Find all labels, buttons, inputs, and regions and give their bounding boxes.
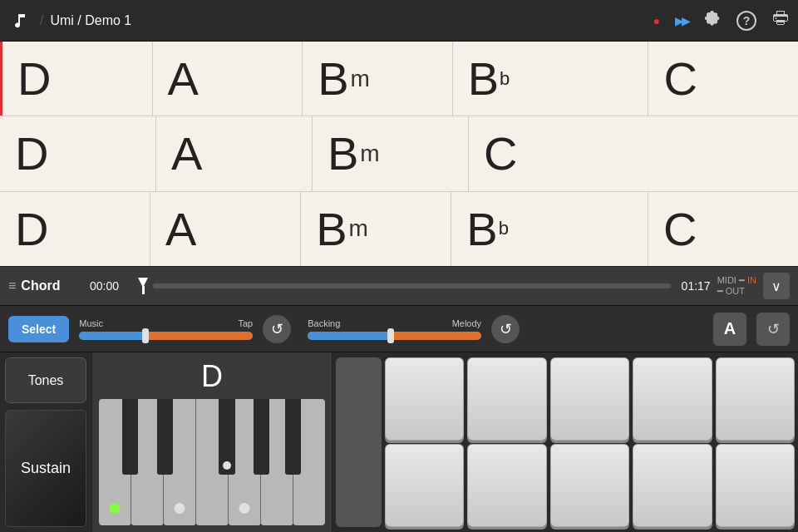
chord-name: C (663, 52, 697, 106)
time-current: 00:00 (90, 279, 131, 293)
chord-name: D (15, 126, 48, 180)
chord-cell-bm3[interactable]: Bm (301, 192, 451, 266)
strum-area (332, 352, 798, 532)
expand-button[interactable]: ∨ (763, 273, 790, 299)
document-title: Umi / Demo 1 (50, 13, 653, 28)
music-tap-labels: Music Tap (79, 318, 253, 328)
strum-pad-5[interactable] (716, 357, 795, 441)
chord-cell-bb3[interactable]: Bb (451, 192, 648, 266)
backing-melody-group: Backing Melody (308, 318, 481, 340)
strum-pad-7[interactable] (467, 444, 546, 527)
backing-reset-button[interactable]: ↺ (491, 315, 520, 343)
chord-cell-c2[interactable]: C (469, 116, 798, 190)
settings-icon[interactable] (703, 9, 722, 32)
chord-name: C (484, 126, 517, 180)
strum-pad-1[interactable] (385, 357, 464, 441)
play-button[interactable]: ▶▶ (675, 14, 688, 27)
chord-cell-c3[interactable]: C (648, 192, 798, 266)
piano-display: D (91, 352, 332, 532)
app-header: / Umi / Demo 1 ● ▶▶ ? (0, 0, 798, 42)
strum-pad-6[interactable] (385, 444, 464, 527)
chord-row-1: D A Bm Bb C (0, 42, 798, 116)
strum-pad-8[interactable] (550, 444, 629, 527)
piano-keys-container[interactable] (99, 399, 325, 525)
chord-cell-bm2[interactable]: Bm (313, 116, 469, 190)
chord-cell-c1[interactable]: C (648, 42, 798, 116)
melody-label: Melody (452, 318, 481, 328)
chord-cell-d2[interactable]: D (0, 116, 156, 190)
music-tap-slider[interactable] (79, 332, 253, 340)
chord-cell-bm1[interactable]: Bm (303, 42, 453, 116)
path-separator: / (40, 13, 43, 28)
record-button[interactable]: ● (653, 14, 660, 27)
print-icon[interactable] (771, 9, 790, 32)
chord-minor: m (360, 140, 379, 167)
transport-bar: ≡ Chord 00:00 01:17 MIDI ━ IN ━ OUT ∨ (0, 266, 798, 306)
chord-cell-a1[interactable]: A (153, 42, 303, 116)
select-button[interactable]: Select (8, 316, 69, 342)
chord-name: A (165, 202, 196, 256)
progress-track[interactable] (153, 283, 671, 288)
backing-melody-labels: Backing Melody (308, 318, 481, 328)
midi-out-text: ━ OUT (717, 286, 745, 297)
sustain-button[interactable]: Sustain (5, 410, 86, 527)
backing-melody-slider[interactable] (308, 332, 481, 340)
music-reset-button[interactable]: ↺ (263, 315, 291, 343)
left-panel: Tones Sustain (0, 352, 91, 532)
chord-minor: m (350, 66, 369, 92)
tones-button[interactable]: Tones (5, 357, 86, 403)
chord-name: D (17, 52, 51, 106)
strum-pad-3[interactable] (550, 357, 629, 441)
tap-label: Tap (238, 318, 253, 328)
backing-label: Backing (308, 318, 340, 328)
chord-name: C (663, 202, 697, 256)
chord-name: B (466, 202, 497, 256)
chord-minor: m (349, 215, 368, 242)
key-button[interactable]: A (713, 313, 746, 346)
chord-grid: D A Bm Bb C D A Bm C D (0, 42, 798, 266)
menu-icon: ≡ (8, 278, 16, 293)
strum-pad-4[interactable] (633, 357, 712, 441)
chord-name: A (168, 52, 199, 106)
chord-label-text: Chord (21, 278, 60, 293)
music-tap-group: Music Tap (79, 318, 253, 340)
chord-name: B (468, 52, 499, 106)
music-label: Music (79, 318, 103, 328)
chord-cell-d1[interactable]: D (0, 42, 153, 116)
strum-pad-2[interactable] (467, 357, 546, 441)
chord-mode-label[interactable]: ≡ Chord (8, 278, 83, 293)
bottom-area: Tones Sustain D (0, 352, 798, 532)
chord-cell-d3[interactable]: D (0, 192, 150, 266)
chord-row-2: D A Bm C (0, 116, 798, 191)
header-actions: ● ▶▶ ? (653, 9, 790, 32)
strum-pad-9[interactable] (633, 444, 712, 527)
chord-cell-bb1[interactable]: Bb (453, 42, 649, 116)
chord-name: B (318, 52, 348, 106)
strum-vertical-bar[interactable] (336, 357, 382, 527)
chord-name: D (15, 202, 48, 256)
midi-text: MIDI ━ IN (717, 275, 756, 286)
chord-name: B (328, 126, 358, 180)
piano-chord-name: D (201, 359, 223, 394)
chord-name: B (316, 202, 347, 256)
strum-pads (385, 352, 798, 532)
loop-button[interactable]: ↺ (756, 313, 790, 346)
controls-bar: Select Music Tap ↺ Backing Melody ↺ A ↺ (0, 306, 798, 352)
chord-name: A (171, 126, 202, 180)
strum-pad-10[interactable] (716, 444, 795, 527)
chord-cell-a3[interactable]: A (150, 192, 301, 266)
help-icon[interactable]: ? (736, 11, 756, 31)
chord-cell-a2[interactable]: A (156, 116, 313, 190)
note-icon (8, 8, 33, 33)
chord-row-3: D A Bm Bb C (0, 192, 798, 266)
time-total: 01:17 (677, 279, 711, 293)
midi-indicator: MIDI ━ IN ━ OUT (717, 275, 756, 297)
